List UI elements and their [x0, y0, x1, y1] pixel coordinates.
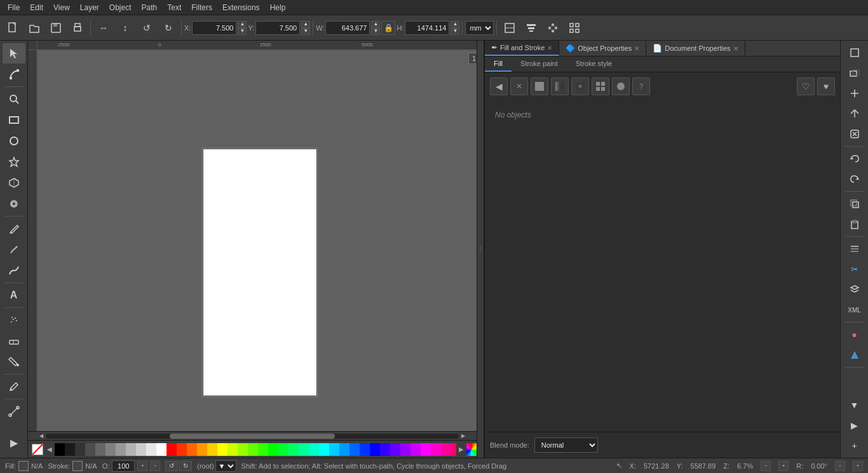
no-color-swatch[interactable] [32, 444, 43, 455]
scroll-left-button[interactable]: ◀ [37, 433, 46, 439]
palette-swatch[interactable] [85, 443, 95, 456]
far-right-undo[interactable] [843, 149, 866, 168]
opacity-input[interactable] [112, 460, 135, 472]
lock-proportions-button[interactable]: 🔒 [381, 21, 395, 35]
open-file-button[interactable] [24, 18, 44, 37]
menu-view[interactable]: View [48, 2, 75, 13]
scrollbar-track-h[interactable] [46, 434, 459, 439]
3d-box-tool[interactable] [3, 173, 25, 193]
rotate-cw-button[interactable]: ↻ [158, 18, 179, 37]
transform-button[interactable] [499, 18, 520, 37]
calligraphy-tool[interactable] [3, 260, 25, 281]
palette-swatch[interactable] [421, 443, 431, 456]
palette-swatch[interactable] [248, 443, 258, 456]
far-right-scroll-down[interactable]: ▼ [843, 396, 866, 415]
palette-swatch[interactable] [217, 443, 227, 456]
far-right-redo[interactable] [843, 170, 866, 189]
far-right-align[interactable] [843, 239, 866, 258]
subtab-fill[interactable]: Fill [485, 57, 512, 72]
pencil-tool[interactable] [3, 239, 25, 260]
palette-swatch[interactable] [400, 443, 410, 456]
palette-swatch[interactable] [288, 443, 299, 456]
palette-swatch[interactable] [136, 443, 146, 456]
zoom-tool[interactable] [3, 89, 25, 109]
far-right-zoom-plus[interactable]: + [843, 436, 866, 455]
star-tool[interactable] [3, 152, 25, 172]
y-increment[interactable]: ▲ [301, 21, 310, 28]
palette-swatch[interactable] [95, 443, 105, 456]
x-increment[interactable]: ▲ [238, 21, 247, 28]
palette-swatch[interactable] [197, 443, 207, 456]
palette-swatch[interactable] [207, 443, 217, 456]
fill-none-button[interactable]: ✕ [510, 77, 528, 95]
fill-flat-button[interactable] [531, 77, 548, 95]
redo-button[interactable]: ↻ [179, 461, 192, 471]
expand-tools-button[interactable]: ▶ [3, 432, 25, 453]
palette-scroll-right[interactable]: ▶ [456, 443, 466, 456]
fill-unknown-button[interactable]: ? [632, 77, 650, 95]
far-right-btn-1[interactable] [843, 43, 866, 62]
opacity-increment[interactable]: + [137, 461, 147, 471]
fill-marker-button[interactable]: ♡ [797, 77, 815, 95]
y-decrement[interactable]: ▼ [301, 28, 310, 35]
menu-extensions[interactable]: Extensions [217, 2, 265, 13]
menu-file[interactable]: File [3, 2, 25, 13]
print-button[interactable] [67, 18, 88, 37]
menu-object[interactable]: Object [104, 2, 137, 13]
fill-extra-button[interactable]: ♥ [817, 77, 835, 95]
palette-swatch[interactable] [126, 443, 136, 456]
spiral-tool[interactable] [3, 194, 25, 214]
y-input[interactable] [255, 21, 300, 35]
circle-tool[interactable] [3, 131, 25, 151]
palette-swatch[interactable] [65, 443, 75, 456]
h-input[interactable] [405, 21, 449, 35]
palette-swatch[interactable] [349, 443, 360, 456]
grid-button[interactable] [564, 18, 585, 37]
far-right-btn-2[interactable] [843, 63, 866, 83]
palette-swatch[interactable] [370, 443, 380, 456]
palette-swatch[interactable] [451, 443, 456, 456]
layer-dropdown[interactable]: ▼ [215, 460, 236, 472]
select-tool[interactable] [3, 43, 25, 63]
subtab-stroke-style[interactable]: Stroke style [567, 57, 621, 72]
menu-help[interactable]: Help [265, 2, 291, 13]
palette-swatch[interactable] [299, 443, 309, 456]
horizontal-scrollbar[interactable]: ◀ ▶ [28, 431, 477, 440]
tab-object-properties[interactable]: 🔷 Object Properties ✕ [559, 41, 646, 55]
tab-fill-stroke-close[interactable]: ✕ [547, 44, 552, 51]
align-button[interactable] [521, 18, 541, 37]
opacity-decrement[interactable]: − [150, 461, 160, 471]
far-right-btn-5[interactable] [843, 124, 866, 143]
menu-layer[interactable]: Layer [75, 2, 104, 13]
node-tool[interactable] [3, 64, 25, 84]
tab-document-props-close[interactable]: ✕ [733, 45, 738, 52]
far-right-btn-3[interactable] [843, 84, 866, 103]
fill-swatch-button[interactable] [612, 77, 630, 95]
h-increment[interactable]: ▲ [451, 21, 459, 28]
x-decrement[interactable]: ▼ [238, 28, 247, 35]
palette-swatch[interactable] [166, 443, 177, 456]
palette-swatch[interactable] [329, 443, 339, 456]
menu-text[interactable]: Text [162, 2, 186, 13]
w-input[interactable] [325, 21, 370, 35]
palette-swatch[interactable] [441, 443, 451, 456]
far-right-copy[interactable] [843, 194, 866, 213]
palette-swatch[interactable] [105, 443, 116, 456]
palette-swatch[interactable] [116, 443, 126, 456]
menu-path[interactable]: Path [137, 2, 163, 13]
undo-button[interactable]: ↺ [165, 461, 178, 471]
far-right-red-btn[interactable]: ● [843, 325, 866, 344]
subtab-stroke-paint[interactable]: Stroke paint [512, 57, 567, 72]
palette-swatch[interactable] [390, 443, 400, 456]
palette-swatch[interactable] [431, 443, 441, 456]
palette-swatch[interactable] [380, 443, 390, 456]
fill-radial-grad-button[interactable] [571, 77, 589, 95]
zoom-out-button[interactable]: − [761, 461, 771, 471]
far-right-paste[interactable] [843, 215, 866, 234]
palette-swatch[interactable] [177, 443, 187, 456]
text-tool[interactable]: A [3, 285, 25, 305]
nodes-button[interactable] [543, 18, 563, 37]
new-file-button[interactable] [3, 18, 23, 37]
palette-swatch[interactable] [278, 443, 288, 456]
palette-swatch[interactable] [146, 443, 156, 456]
